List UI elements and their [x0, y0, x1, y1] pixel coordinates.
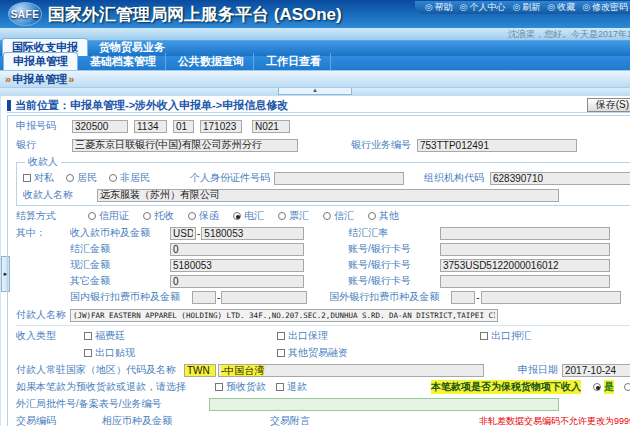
- payer-name-input[interactable]: [70, 309, 498, 322]
- foreign-fee-separator: -: [476, 292, 479, 303]
- payer-country-code-input[interactable]: [184, 364, 216, 377]
- safe-doc-input[interactable]: [209, 398, 559, 411]
- declaration-no-part1[interactable]: [72, 120, 128, 133]
- income-currency-input[interactable]: [170, 227, 196, 240]
- settlement-guarantee-label: 保函: [199, 209, 219, 223]
- save-button[interactable]: 保存(S): [587, 98, 630, 112]
- other-amount-label: 其它金额: [70, 274, 170, 288]
- declare-date-input[interactable]: [562, 364, 630, 377]
- settlement-mail-transfer-label: 信汇: [334, 209, 354, 223]
- settlement-wire-radio[interactable]: [233, 212, 241, 220]
- personal-center-link[interactable]: ◎个人中心: [460, 1, 506, 14]
- favorite-label: 收藏: [557, 1, 575, 14]
- declare-date-label: 申报日期: [518, 363, 558, 377]
- resident-label: 居民: [77, 171, 97, 185]
- safe-logo: SAFE: [8, 2, 42, 26]
- declaration-form: 申报号码 银行 银行业务编号 收款人 对私 居民 非居民: [7, 115, 630, 426]
- domestic-fee-currency-input[interactable]: [192, 291, 216, 304]
- foreign-fee-amount-input[interactable]: [481, 291, 621, 304]
- domestic-fee-amount-input[interactable]: [221, 291, 307, 304]
- declaration-no-part5[interactable]: [252, 120, 290, 133]
- payer-country-label: 付款人常驻国家（地区）代码及名称: [16, 363, 184, 377]
- payer-country-name-field[interactable]: -中国台湾: [218, 364, 484, 377]
- personal-id-label: 个人身份证件号码: [190, 171, 270, 185]
- app-header: SAFE 国家外汇管理局网上服务平台 (ASOne) ◎帮助 ◎个人中心 ◎刷新…: [0, 0, 630, 28]
- forfaiting-checkbox[interactable]: [84, 332, 92, 340]
- account-input-2[interactable]: [440, 259, 610, 272]
- content-panel: 当前位置：申报单管理->涉外收入申报单->申报信息修改 保存(S) 返回 申报号…: [1, 96, 630, 426]
- nonresident-radio[interactable]: [109, 174, 117, 182]
- declaration-no-part4[interactable]: [200, 120, 242, 133]
- settlement-demand-draft-radio[interactable]: [278, 212, 286, 220]
- settlement-wire-label: 电汇: [244, 209, 264, 223]
- settle-amount-input[interactable]: [170, 243, 304, 256]
- export-bill-checkbox[interactable]: [480, 332, 488, 340]
- settlement-lc-radio[interactable]: [88, 212, 96, 220]
- export-discount-label: 出口贴现: [95, 346, 135, 360]
- app-title: 国家外汇管理局网上服务平台 (ASOne): [48, 3, 342, 26]
- other-trade-finance-checkbox[interactable]: [277, 349, 285, 357]
- bonded-yes-radio[interactable]: [593, 383, 601, 391]
- advance-payment-checkbox[interactable]: [215, 383, 223, 391]
- help-link[interactable]: ◎帮助: [425, 1, 453, 14]
- spot-amount-label: 现汇金额: [70, 258, 170, 272]
- collapse-panel-button[interactable]: ▲: [278, 88, 352, 95]
- bonded-goods-label: 本笔款项是否为保税货物项下收入: [431, 380, 581, 394]
- bank-label: 银行: [16, 138, 70, 152]
- settlement-guarantee-radio[interactable]: [188, 212, 196, 220]
- bonded-no-radio[interactable]: [624, 383, 630, 391]
- payee-name-input[interactable]: [97, 189, 559, 202]
- location-marker: [7, 100, 11, 111]
- income-amount-label: 收入款币种及金额: [70, 226, 170, 240]
- export-factoring-checkbox[interactable]: [277, 332, 285, 340]
- refresh-icon: ◎: [512, 2, 520, 12]
- org-code-input[interactable]: [490, 172, 630, 185]
- domestic-fee-label: 国内银行扣费币种及金额: [70, 290, 192, 304]
- personal-center-icon: ◎: [460, 2, 468, 12]
- personal-center-label: 个人中心: [469, 1, 505, 14]
- domestic-fee-separator: -: [217, 292, 220, 303]
- bank-input[interactable]: [72, 139, 298, 152]
- tab-public-data-query[interactable]: 公共数据查询: [169, 53, 254, 70]
- foreign-fee-currency-input[interactable]: [451, 291, 475, 304]
- settlement-mail-transfer-radio[interactable]: [323, 212, 331, 220]
- favorite-icon: ◎: [547, 2, 555, 12]
- income-amount-input[interactable]: [201, 227, 304, 240]
- declaration-no-part3[interactable]: [173, 120, 194, 133]
- tx-remark-header: 交易附言: [270, 414, 310, 426]
- spot-amount-input[interactable]: [170, 259, 304, 272]
- tab-declaration-management[interactable]: 申报单管理: [3, 52, 78, 70]
- personal-id-input[interactable]: [274, 172, 404, 185]
- income-type-label: 收入类型: [16, 329, 66, 343]
- change-password-link[interactable]: ◎修改密码: [582, 1, 628, 14]
- private-checkbox[interactable]: [23, 174, 31, 182]
- tab-basic-archives[interactable]: 基础档案管理: [81, 53, 166, 70]
- export-discount-checkbox[interactable]: [84, 349, 92, 357]
- declaration-no-part2[interactable]: [134, 120, 167, 133]
- settle-rate-input[interactable]: [440, 227, 610, 240]
- refund-checkbox[interactable]: [276, 383, 284, 391]
- account-input-1[interactable]: [440, 243, 610, 256]
- other-amount-input[interactable]: [170, 275, 304, 288]
- settlement-collection-radio[interactable]: [143, 212, 151, 220]
- breadcrumb: » 申报单管理 »: [0, 71, 630, 88]
- settlement-demand-draft-label: 票汇: [289, 209, 309, 223]
- tx-amount-header: 相应币种及金额: [102, 414, 270, 426]
- account-label-2: 账号/银行卡号: [348, 258, 440, 272]
- settlement-other-radio[interactable]: [368, 212, 376, 220]
- bonded-yes-label: 是: [604, 380, 614, 394]
- refresh-link[interactable]: ◎刷新: [512, 1, 540, 14]
- current-location-text: 当前位置：申报单管理->涉外收入申报单->申报信息修改: [15, 98, 288, 113]
- breadcrumb-label[interactable]: 申报单管理: [12, 72, 67, 87]
- panel-divider: ▲: [0, 88, 630, 96]
- declaration-no-label: 申报号码: [16, 119, 70, 133]
- resident-radio[interactable]: [66, 174, 74, 182]
- tab-workday-view[interactable]: 工作日查看: [257, 53, 331, 70]
- nonresident-label: 非居民: [120, 171, 150, 185]
- safe-globe-icon: SAFE: [8, 2, 42, 26]
- bank-biz-no-input[interactable]: [417, 139, 577, 152]
- help-label: 帮助: [435, 1, 453, 14]
- favorite-link[interactable]: ◎收藏: [547, 1, 575, 14]
- account-input-3[interactable]: [440, 275, 610, 288]
- tx-code-header: 交易编码: [16, 414, 102, 426]
